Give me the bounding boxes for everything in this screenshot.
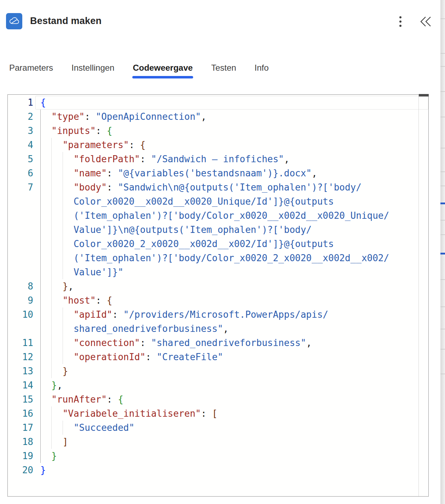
kebab-menu-icon: [397, 15, 404, 28]
line-number: 14: [8, 378, 33, 392]
canvas-card-edge: [440, 220, 445, 221]
background-canvas-edge: [440, 0, 445, 504]
line-number: 5: [8, 152, 33, 166]
code-line[interactable]: Value']}\n@{outputs('Item_ophalen')?['bo…: [8, 223, 428, 237]
tab-bar: Parameters Instellingen Codeweergave Tes…: [9, 62, 269, 78]
line-number: 10: [8, 307, 33, 322]
code-line[interactable]: Value']}": [8, 265, 428, 279]
code-line[interactable]: 13 }: [8, 364, 428, 378]
code-line[interactable]: 20}: [8, 463, 428, 477]
canvas-card-edge: [440, 148, 445, 148]
line-content: {: [33, 95, 46, 110]
code-line[interactable]: 17 "Succeeded": [8, 421, 428, 435]
code-line[interactable]: 2 "type": "OpenApiConnection",: [8, 110, 428, 124]
code-line[interactable]: 9 "host": {: [8, 293, 428, 307]
line-number: 20: [8, 463, 33, 477]
canvas-card-edge: [440, 117, 445, 117]
code-line[interactable]: 7 "body": "Sandwich\n@{outputs('Item_oph…: [8, 180, 428, 194]
line-number: [8, 194, 33, 209]
line-number: 4: [8, 138, 33, 152]
collapse-panel-button[interactable]: [420, 16, 432, 28]
code-line[interactable]: 19 }: [8, 449, 428, 463]
code-line[interactable]: 3 "inputs": {: [8, 124, 428, 138]
line-number: [8, 322, 33, 336]
line-content: }: [33, 463, 46, 477]
canvas-card-edge-selected: [440, 253, 445, 254]
line-content: "body": "Sandwich\n@{outputs('Item_ophal…: [33, 180, 362, 194]
line-content: "type": "OpenApiConnection",: [33, 110, 207, 124]
code-line[interactable]: 5 "folderPath": "/Sandwich – infofiches"…: [8, 152, 428, 166]
code-line[interactable]: ('Item_ophalen')?['body/Color_x0020__x00…: [8, 209, 428, 223]
code-line[interactable]: 1{: [8, 95, 428, 110]
code-line[interactable]: 15 "runAfter": {: [8, 392, 428, 406]
code-line[interactable]: 18 ]: [8, 435, 428, 449]
code-line[interactable]: 8 },: [8, 279, 428, 293]
line-content: "parameters": {: [33, 138, 145, 152]
line-content: ]: [33, 435, 68, 449]
code-content[interactable]: 1{2 "type": "OpenApiConnection",3 "input…: [8, 95, 428, 496]
line-content: "folderPath": "/Sandwich – infofiches",: [33, 152, 289, 166]
line-content: ('Item_ophalen')?['body/Color_x0020_2_x0…: [33, 251, 389, 265]
canvas-card-edge: [440, 329, 445, 329]
line-number: 11: [8, 336, 33, 350]
code-line[interactable]: 6 "name": "@{variables('bestandsnaam')}.…: [8, 166, 428, 180]
code-line[interactable]: Color_x0020__x002d__x0020_Unique/Id']}@{…: [8, 194, 428, 209]
scrollbar-thumb[interactable]: [419, 94, 429, 96]
code-line[interactable]: 10 "apiId": "/providers/Microsoft.PowerA…: [8, 307, 428, 322]
canvas-card-edge: [440, 349, 445, 350]
code-line[interactable]: 12 "operationId": "CreateFile": [8, 350, 428, 364]
line-content: }: [33, 449, 57, 463]
tab-codeweergave[interactable]: Codeweergave: [132, 62, 193, 78]
line-content: "host": {: [33, 293, 112, 307]
line-number: [8, 209, 33, 223]
line-content: Value']}": [33, 265, 123, 279]
tab-instellingen[interactable]: Instellingen: [71, 62, 115, 78]
line-content: "runAfter": {: [33, 392, 123, 406]
page-title: Bestand maken: [30, 16, 102, 27]
more-options-button[interactable]: [397, 15, 404, 28]
canvas-card-edge-selected: [440, 203, 445, 204]
onedrive-icon: [6, 13, 22, 29]
canvas-card-edge: [440, 171, 445, 172]
line-content: }: [33, 364, 68, 378]
line-number: [8, 237, 33, 251]
tab-testen[interactable]: Testen: [211, 62, 237, 78]
code-line[interactable]: 4 "parameters": {: [8, 138, 428, 152]
canvas-card-edge: [440, 91, 445, 92]
canvas-card-edge: [440, 66, 445, 67]
canvas-card-edge: [440, 374, 445, 374]
line-number: 15: [8, 392, 33, 406]
code-line[interactable]: shared_onedriveforbusiness",: [8, 322, 428, 336]
line-content: },: [33, 378, 63, 392]
line-number: 19: [8, 449, 33, 463]
code-line[interactable]: 16 "Variabele_initialiseren": [: [8, 406, 428, 421]
line-number: 16: [8, 406, 33, 421]
line-content: "Variabele_initialiseren": [: [33, 406, 218, 421]
line-number: 8: [8, 279, 33, 293]
line-content: "name": "@{variables('bestandsnaam')}.do…: [33, 166, 317, 180]
code-editor[interactable]: 1{2 "type": "OpenApiConnection",3 "input…: [7, 94, 429, 497]
canvas-card-edge: [440, 279, 445, 280]
line-number: 3: [8, 124, 33, 138]
line-number: [8, 223, 33, 237]
line-number: 6: [8, 166, 33, 180]
line-number: 17: [8, 421, 33, 435]
line-number: 9: [8, 293, 33, 307]
tab-info[interactable]: Info: [254, 62, 269, 78]
code-line[interactable]: 11 "connection": "shared_onedriveforbusi…: [8, 336, 428, 350]
line-number: 12: [8, 350, 33, 364]
canvas-card-edge: [440, 186, 445, 186]
code-line[interactable]: ('Item_ophalen')?['body/Color_x0020_2_x0…: [8, 251, 428, 265]
line-number: 7: [8, 180, 33, 194]
code-line[interactable]: 14 },: [8, 378, 428, 392]
line-number: [8, 265, 33, 279]
line-number: 1: [8, 95, 33, 110]
double-chevron-left-icon: [420, 16, 432, 28]
line-content: Color_x0020__x002d__x0020_Unique/Id']}@{…: [33, 194, 334, 209]
flow-action-panel: { "header": { "title": "Bestand maken", …: [0, 0, 445, 504]
code-line[interactable]: Color_x0020_2_x0020__x002d__x002/Id']}@{…: [8, 237, 428, 251]
tab-parameters[interactable]: Parameters: [9, 62, 53, 78]
line-content: "connection": "shared_onedriveforbusines…: [33, 336, 312, 350]
canvas-card-edge: [440, 234, 445, 235]
line-content: "operationId": "CreateFile": [33, 350, 223, 364]
